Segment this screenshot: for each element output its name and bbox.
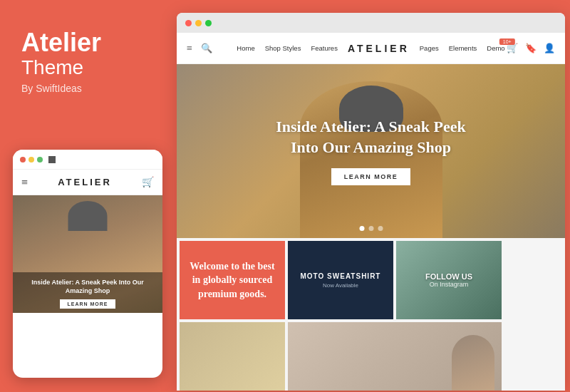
person-silhouette: [452, 335, 494, 391]
sweatshirt-title: MOTO SWEATSHIRT: [301, 272, 381, 280]
instagram-follow-text: FOLLOW US: [425, 272, 472, 281]
wishlist-icon[interactable]: 🔖: [525, 43, 537, 54]
mobile-hero: Inside Atelier: A Sneak Peek Into Our Am…: [13, 195, 162, 313]
demo-badge: 10+: [499, 38, 515, 45]
mobile-dot-green: [37, 157, 43, 163]
browser-window-dots: [185, 20, 212, 26]
site-hero: Inside Atelier: A Sneak Peek Into Our Am…: [177, 64, 565, 238]
browser-dot-red: [185, 20, 192, 26]
browser-window: ≡ 🔍 Home Shop Styles Features ATELIER Pa…: [177, 13, 565, 391]
sweatshirt-content: MOTO SWEATSHIRT Now Available: [301, 272, 381, 289]
nav-item-pages[interactable]: Pages: [420, 44, 439, 52]
browser-dot-green: [205, 20, 212, 26]
site-search-icon[interactable]: 🔍: [201, 43, 212, 54]
left-panel: Atelier Theme By SwiftIdeas ≡ ATELIER 🛒 …: [0, 0, 171, 392]
instagram-cell[interactable]: FOLLOW US On Instagram: [396, 241, 502, 319]
nav-item-home[interactable]: Home: [237, 44, 254, 52]
product-person-cell[interactable]: [288, 322, 502, 391]
welcome-cell: Welcome to the best in globally sourced …: [180, 241, 285, 319]
nav-item-elements[interactable]: Elements: [449, 44, 477, 52]
mobile-hat: [68, 201, 108, 231]
site-nav: Home Shop Styles Features ATELIER Pages …: [237, 43, 504, 54]
nav-item-features[interactable]: Features: [311, 44, 338, 52]
hero-dot-3[interactable]: [378, 226, 383, 231]
sweatshirt-cell[interactable]: MOTO SWEATSHIRT Now Available: [288, 241, 393, 319]
nav-item-shop-styles[interactable]: Shop Styles: [265, 44, 301, 52]
site-header-left: ≡ 🔍: [187, 43, 212, 54]
mobile-logo: ATELIER: [58, 177, 112, 187]
product-tan-cell[interactable]: [180, 322, 285, 391]
hero-title: Inside Atelier: A Sneak Peek Into Our Am…: [276, 117, 465, 158]
mobile-preview: ≡ ATELIER 🛒 Inside Atelier: A Sneak Peek…: [13, 150, 162, 378]
mobile-hamburger-icon[interactable]: ≡: [21, 176, 28, 189]
browser-dot-yellow: [195, 20, 202, 26]
hero-dot-2[interactable]: [368, 226, 373, 231]
mobile-window-dots: [20, 157, 43, 163]
mobile-dot-red: [20, 157, 26, 163]
mobile-dot-yellow: [28, 157, 34, 163]
instagram-overlay: FOLLOW US On Instagram: [425, 272, 472, 288]
instagram-on-text: On Instagram: [425, 281, 472, 288]
nav-item-demo[interactable]: Demo 10+: [487, 44, 504, 52]
mobile-nav-bar: ≡ ATELIER 🛒: [13, 170, 162, 195]
browser-top-bar: [177, 13, 565, 33]
hero-carousel-dots: [359, 226, 383, 231]
sweatshirt-subtitle: Now Available: [301, 282, 381, 289]
hero-learn-more-button[interactable]: LEARN MORE: [331, 168, 411, 185]
mobile-cart-icon[interactable]: 🛒: [142, 176, 154, 188]
site-header: ≡ 🔍 Home Shop Styles Features ATELIER Pa…: [177, 33, 565, 64]
hero-overlay: Inside Atelier: A Sneak Peek Into Our Am…: [276, 117, 465, 185]
hero-dot-1[interactable]: [359, 226, 364, 231]
site-hamburger-icon[interactable]: ≡: [187, 43, 192, 54]
mobile-favicon: [48, 156, 56, 163]
mobile-hero-text: Inside Atelier: A Sneak Peek Into Our Am…: [20, 278, 155, 296]
account-icon[interactable]: 👤: [544, 43, 555, 54]
mobile-top-bar: [13, 150, 162, 170]
welcome-text: Welcome to the best in globally sourced …: [180, 252, 285, 309]
site-logo: ATELIER: [348, 43, 410, 54]
product-grid: Welcome to the best in globally sourced …: [177, 238, 565, 391]
brand-by: By SwiftIdeas: [21, 83, 150, 94]
brand-title: Atelier Theme: [21, 29, 150, 78]
mobile-learn-more-button[interactable]: LEARN MORE: [60, 299, 115, 309]
mobile-hero-overlay: Inside Atelier: A Sneak Peek Into Our Am…: [13, 272, 162, 313]
